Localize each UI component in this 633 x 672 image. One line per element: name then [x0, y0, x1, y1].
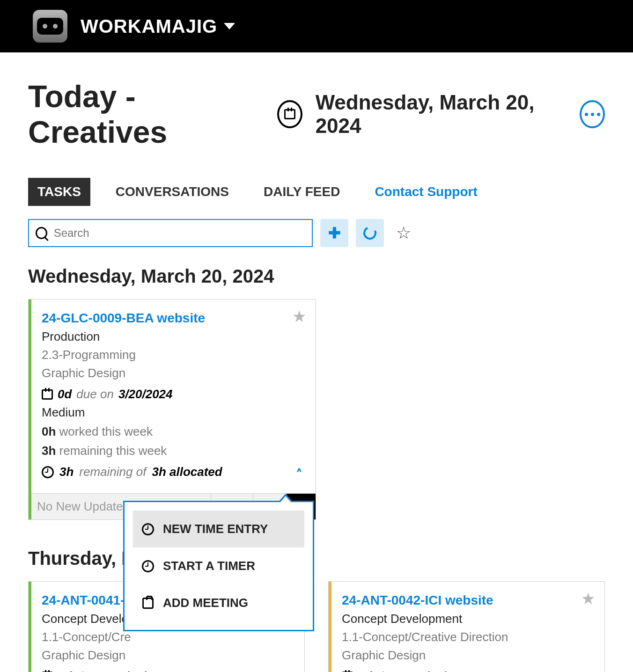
task-due-row: 1d due on 3/21/2024	[42, 669, 291, 672]
date-picker-button[interactable]	[277, 100, 302, 128]
search-box[interactable]	[28, 219, 313, 247]
due-date: 3/20/2024	[118, 387, 173, 402]
page-header: Today - Creatives Wednesday, March 20, 2…	[28, 79, 605, 150]
refresh-icon	[361, 225, 378, 241]
task-project-link[interactable]: 24-GLC-0009-BEA website	[42, 311, 302, 326]
due-date: 3/21/2024	[419, 669, 473, 672]
popover-add-meeting[interactable]: ADD MEETING	[133, 584, 304, 621]
tab-contact-support[interactable]: Contact Support	[365, 178, 486, 206]
assignment-icon	[142, 598, 154, 609]
topbar: WORKAMAJIG	[0, 0, 633, 52]
popover-label: START A TIMER	[163, 559, 255, 573]
worked-text: worked this week	[59, 424, 153, 438]
priority-stripe	[329, 582, 331, 672]
task-phase: Concept Development	[342, 612, 591, 626]
worked-row: 0h worked this week	[42, 424, 302, 439]
worked-value: 0h	[42, 424, 56, 438]
due-days: 1d	[58, 669, 72, 672]
task-subtask: 1.1-Concept/Cre	[42, 630, 291, 644]
task-service: Graphic Design	[42, 648, 291, 663]
collapse-toggle[interactable]: ˄	[296, 467, 302, 482]
brand-dropdown[interactable]: WORKAMAJIG	[81, 16, 235, 37]
favorite-button[interactable]: ☆	[396, 223, 411, 243]
plus-icon: ✚	[328, 224, 341, 242]
search-input[interactable]	[54, 226, 305, 240]
allocation-row: 3h remaining of 3h allocated	[42, 465, 302, 488]
task-due-row: 0d due on 3/20/2024	[42, 387, 302, 402]
due-date: 3/21/2024	[118, 669, 173, 672]
alloc-mid: remaining of	[79, 465, 146, 479]
favorite-toggle[interactable]: ★	[581, 589, 595, 608]
popover-start-timer[interactable]: START A TIMER	[133, 548, 304, 584]
alloc-value: 3h	[59, 465, 74, 479]
page-date: Wednesday, March 20, 2024	[316, 91, 554, 138]
task-subtask: 1.1-Concept/Creative Direction	[342, 630, 591, 644]
clock-icon	[42, 466, 54, 478]
brand-logo[interactable]	[33, 10, 67, 43]
task-card: ★ 24-ANT-0042-ICI website Concept Develo…	[328, 581, 605, 672]
task-service: Graphic Design	[342, 648, 591, 663]
due-label: due on	[76, 387, 114, 402]
section-heading-today: Wednesday, March 20, 2024	[28, 266, 605, 287]
toolbar: ✚ ☆	[28, 219, 605, 247]
popover-new-time-entry[interactable]: NEW TIME ENTRY	[133, 511, 304, 548]
remaining-text: remaining this week	[59, 444, 167, 458]
clock-icon	[142, 560, 154, 572]
task-phase: Production	[42, 329, 302, 344]
alloc-end: 3h allocated	[152, 465, 222, 479]
due-days: 0d	[58, 387, 72, 402]
task-project-link[interactable]: 24-ANT-0042-ICI website	[342, 593, 591, 608]
brand-label: WORKAMAJIG	[81, 16, 217, 37]
tab-daily-feed[interactable]: DAILY FEED	[254, 178, 349, 206]
remaining-row: 3h remaining this week	[42, 444, 302, 458]
chevron-down-icon	[224, 23, 235, 29]
due-label: due on	[76, 669, 114, 672]
popover-label: ADD MEETING	[163, 596, 248, 610]
page-title: Today - Creatives	[28, 79, 253, 150]
add-button[interactable]: ✚	[320, 219, 348, 247]
refresh-button[interactable]	[356, 219, 384, 247]
clock-icon	[142, 523, 154, 535]
more-actions-button[interactable]	[580, 100, 605, 128]
due-days: 1d	[358, 669, 372, 672]
priority-stripe	[29, 299, 31, 519]
task-service: Graphic Design	[42, 366, 302, 380]
time-popover: NEW TIME ENTRY START A TIMER ADD MEETING	[123, 501, 314, 631]
tab-conversations[interactable]: CONVERSATIONS	[106, 178, 238, 206]
priority-stripe	[29, 582, 31, 672]
task-due-row: 1d due on 3/21/2024	[342, 669, 591, 672]
remaining-value: 3h	[42, 444, 56, 458]
calendar-icon	[284, 109, 295, 119]
task-priority: Medium	[42, 405, 302, 420]
tabs: TASKS CONVERSATIONS DAILY FEED Contact S…	[28, 178, 605, 206]
task-card: ★ 24-GLC-0009-BEA website Production 2.3…	[28, 299, 316, 520]
favorite-toggle[interactable]: ★	[292, 307, 306, 326]
search-icon	[36, 227, 47, 239]
calendar-icon	[42, 389, 53, 400]
section-heading-tomorrow: Thursday, M	[28, 548, 605, 569]
due-label: due on	[376, 669, 414, 672]
tab-tasks[interactable]: TASKS	[28, 178, 90, 206]
task-subtask: 2.3-Programming	[42, 348, 302, 362]
popover-label: NEW TIME ENTRY	[163, 522, 268, 536]
